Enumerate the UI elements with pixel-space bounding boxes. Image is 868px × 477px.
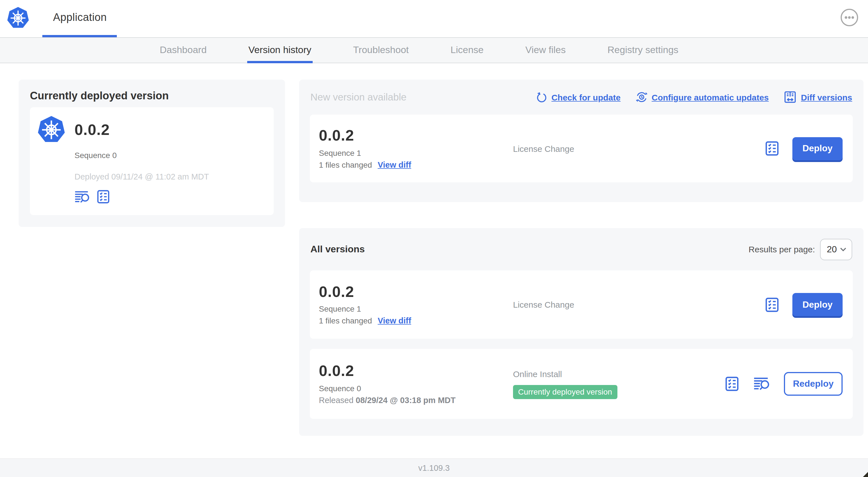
console-version-label: v1.109.3 xyxy=(418,464,450,473)
deploy-button[interactable]: Deploy xyxy=(793,293,843,316)
version-number: 0.0.2 xyxy=(319,363,513,380)
check-for-update-link[interactable]: Check for update xyxy=(535,91,621,103)
install-type-label: Online Install xyxy=(513,369,724,379)
auto-update-icon xyxy=(635,91,648,103)
preflight-checklist-icon[interactable] xyxy=(724,376,740,392)
app-header: Application xyxy=(0,0,868,37)
version-sequence: Sequence 0 xyxy=(319,384,513,393)
tab-dashboard[interactable]: Dashboard xyxy=(160,38,207,63)
tab-license[interactable]: License xyxy=(451,38,484,63)
cursor-artifact xyxy=(863,472,868,477)
active-app-tab-indicator xyxy=(42,35,117,37)
files-changed-label: 1 files changed xyxy=(319,317,372,325)
current-version-number: 0.0.2 xyxy=(74,121,110,139)
view-logs-icon[interactable] xyxy=(753,376,770,392)
tab-registry-settings[interactable]: Registry settings xyxy=(608,38,678,63)
section-nav: Dashboard Version history Troubleshoot L… xyxy=(0,37,868,63)
current-version-card: 0.0.2 Sequence 0 Deployed 09/11/24 @ 11:… xyxy=(30,107,274,215)
overflow-menu-icon[interactable] xyxy=(840,8,859,27)
tab-troubleshoot[interactable]: Troubleshoot xyxy=(353,38,409,63)
configure-automatic-updates-link[interactable]: Configure automatic updates xyxy=(635,91,769,103)
new-version-row: 0.0.2 Sequence 1 1 files changed View di… xyxy=(310,115,853,182)
version-row: 0.0.2 Sequence 1 1 files changed View di… xyxy=(310,270,853,339)
results-per-page-label: Results per page: xyxy=(749,244,815,254)
version-actions-links: Check for update Configure automatic upd… xyxy=(535,90,852,104)
currently-deployed-panel: Currently deployed version 0.0.2 Sequenc… xyxy=(19,80,285,227)
app-tab-title[interactable]: Application xyxy=(53,0,107,35)
files-changed-label: 1 files changed xyxy=(319,160,372,169)
all-versions-title: All versions xyxy=(310,244,365,255)
diff-icon xyxy=(783,90,797,104)
version-released-timestamp: Released 08/29/24 @ 03:18 pm MDT xyxy=(319,396,513,405)
currently-deployed-badge: Currently deployed version xyxy=(513,385,617,399)
chevron-down-icon xyxy=(840,247,846,251)
redeploy-button[interactable]: Redeploy xyxy=(784,372,843,396)
preflight-checklist-icon[interactable] xyxy=(764,296,780,313)
new-version-panel: New version available Check for update C… xyxy=(299,80,864,202)
view-diff-link[interactable]: View diff xyxy=(378,160,411,169)
kubernetes-logo-icon xyxy=(37,116,65,144)
results-per-page-select[interactable]: 20 xyxy=(820,239,852,260)
view-diff-link[interactable]: View diff xyxy=(378,317,411,325)
current-version-sequence: Sequence 0 xyxy=(74,151,117,160)
version-number: 0.0.2 xyxy=(319,284,513,300)
new-version-title: New version available xyxy=(310,91,406,103)
version-sequence: Sequence 1 xyxy=(319,304,513,314)
app-footer: v1.109.3 xyxy=(0,458,868,477)
change-type-label: License Change xyxy=(513,300,764,309)
version-sequence: Sequence 1 xyxy=(319,148,513,157)
view-logs-icon[interactable] xyxy=(74,189,90,204)
tab-version-history[interactable]: Version history xyxy=(248,38,311,63)
deploy-button[interactable]: Deploy xyxy=(793,137,843,160)
preflight-checklist-icon[interactable] xyxy=(764,140,780,157)
tab-view-files[interactable]: View files xyxy=(525,38,566,63)
change-type-label: License Change xyxy=(513,144,764,153)
refresh-icon xyxy=(535,91,548,103)
version-number: 0.0.2 xyxy=(319,127,513,144)
diff-versions-link[interactable]: Diff versions xyxy=(783,90,852,104)
version-row: 0.0.2 Sequence 0 Released 08/29/24 @ 03:… xyxy=(310,349,853,419)
all-versions-panel: All versions Results per page: 20 0.0.2 … xyxy=(299,228,864,436)
admin-console-page: Application Dashboard Version history Tr… xyxy=(0,0,868,477)
kubernetes-logo-icon xyxy=(7,6,29,30)
currently-deployed-title: Currently deployed version xyxy=(30,90,169,102)
current-version-deployed-timestamp: Deployed 09/11/24 @ 11:02 am MDT xyxy=(74,172,209,181)
preflight-checklist-icon[interactable] xyxy=(96,188,111,205)
